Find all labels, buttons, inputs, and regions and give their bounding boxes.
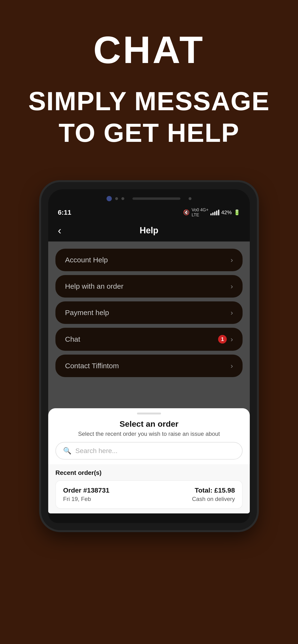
sheet-handle-area — [48, 408, 250, 417]
chevron-icon-account: › — [231, 256, 233, 264]
camera-dot-4 — [189, 197, 192, 200]
chevron-icon-chat: › — [231, 335, 233, 343]
menu-label-account-help: Account Help — [65, 256, 108, 264]
signal-4 — [216, 210, 217, 216]
chevron-icon-order: › — [231, 282, 233, 290]
search-input[interactable]: Search here... — [75, 447, 117, 455]
sheet-subtitle: Select the recent order you wish to rais… — [48, 430, 250, 442]
recent-orders-section: Recent order(s) Order #138731 Fri 19, Fe… — [48, 464, 250, 514]
menu-item-right-chat: 1 › — [218, 335, 233, 344]
camera-dot-2 — [115, 197, 118, 200]
sheet-title: Select an order — [48, 417, 250, 430]
menu-item-right-account: › — [231, 256, 233, 264]
bottom-sheet: Select an order Select the recent order … — [48, 408, 250, 514]
order-total: Total: £15.98 — [192, 486, 235, 494]
app-header-title: Help — [140, 226, 158, 236]
menu-item-right-contact: › — [231, 362, 233, 370]
signal-3 — [214, 212, 215, 216]
order-date: Fri 19, Feb — [63, 496, 109, 502]
handle-bar — [137, 412, 161, 414]
page-subtitle: SIMPLY MESSAGE TO GET HELP — [14, 85, 284, 148]
menu-item-help-order[interactable]: Help with an order › — [55, 275, 243, 298]
menu-label-help-order: Help with an order — [65, 282, 123, 290]
network-text: Vo0 4G+LTE — [192, 208, 209, 218]
menu-label-payment: Payment help — [65, 308, 109, 317]
search-bar[interactable]: 🔍 Search here... — [55, 442, 243, 460]
signal-1 — [210, 214, 212, 216]
camera-dot-1 — [106, 196, 112, 201]
menu-label-chat: Chat — [65, 335, 80, 343]
signal-bars — [210, 210, 219, 216]
phone-device: 6:11 🔇 Vo0 4G+LTE 42% 🔋 ‹ Help — [41, 182, 257, 530]
menu-label-contact: Contact Tiffintom — [65, 362, 119, 370]
status-time: 6:11 — [58, 209, 71, 216]
menu-item-contact[interactable]: Contact Tiffintom › — [55, 354, 243, 377]
menu-item-right-order: › — [231, 282, 233, 290]
signal-2 — [212, 212, 214, 216]
chevron-icon-payment: › — [231, 308, 233, 317]
notch-bar — [132, 198, 181, 200]
menu-item-chat[interactable]: Chat 1 › — [55, 328, 243, 351]
screen-spacer — [48, 384, 250, 404]
chat-badge: 1 — [218, 335, 227, 344]
order-left: Order #138731 Fri 19, Feb — [63, 486, 109, 502]
page-title: CHAT — [14, 29, 284, 71]
phone-screen: ‹ Help Account Help › Help with an order… — [48, 220, 250, 514]
menu-item-account-help[interactable]: Account Help › — [55, 249, 243, 271]
mute-icon: 🔇 — [183, 210, 190, 216]
signal-5 — [218, 210, 219, 216]
battery-text: 42% — [221, 210, 232, 216]
status-bar: 6:11 🔇 Vo0 4G+LTE 42% 🔋 — [48, 205, 250, 220]
order-right: Total: £15.98 Cash on delivery — [192, 486, 235, 502]
menu-item-payment-help[interactable]: Payment help › — [55, 302, 243, 324]
status-right: 🔇 Vo0 4G+LTE 42% 🔋 — [183, 208, 240, 218]
order-number: Order #138731 — [63, 486, 109, 494]
back-button[interactable]: ‹ — [58, 225, 61, 236]
app-header: ‹ Help — [48, 220, 250, 242]
camera-area — [58, 194, 240, 202]
battery-icon: 🔋 — [234, 210, 240, 216]
page-header: CHAT SIMPLY MESSAGE TO GET HELP — [0, 0, 298, 163]
chevron-icon-contact: › — [231, 362, 233, 370]
search-icon: 🔍 — [63, 447, 72, 455]
menu-item-right-payment: › — [231, 308, 233, 317]
order-card-0[interactable]: Order #138731 Fri 19, Feb Total: £15.98 … — [55, 480, 243, 509]
phone-bottom — [48, 514, 250, 523]
page-wrapper: CHAT SIMPLY MESSAGE TO GET HELP 6:11 🔇 V… — [0, 0, 298, 644]
camera-dot-3 — [121, 197, 124, 200]
order-payment: Cash on delivery — [192, 496, 235, 502]
phone-notch — [48, 189, 250, 205]
recent-label: Recent order(s) — [55, 469, 243, 476]
help-menu: Account Help › Help with an order › Paym… — [48, 242, 250, 384]
